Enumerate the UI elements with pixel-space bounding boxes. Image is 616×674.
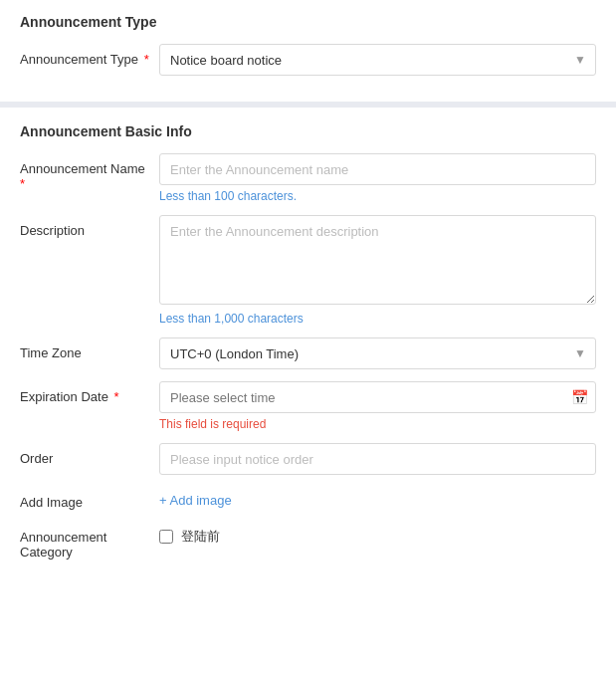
expiration-date-row: Expiration Date * 📅 This field is requir… [20, 381, 596, 431]
order-row: Order [20, 443, 596, 475]
timezone-control: UTC+0 (London Time) UTC+8 (China Standar… [159, 337, 596, 369]
order-label: Order [20, 443, 159, 466]
add-image-row: Add Image + Add image [20, 487, 596, 510]
add-image-button[interactable]: + Add image [159, 487, 232, 508]
announcement-type-section: Announcement Type Announcement Type * No… [0, 0, 616, 102]
announcement-category-checkbox-wrap: 登陆前 [159, 522, 596, 546]
announcement-type-row: Announcement Type * Notice board notice … [20, 44, 596, 76]
order-input[interactable] [159, 443, 596, 475]
description-label: Description [20, 215, 159, 238]
add-image-control: + Add image [159, 487, 596, 508]
announcement-type-title: Announcement Type [20, 14, 596, 30]
description-control: Less than 1,000 characters [159, 215, 596, 326]
expiration-date-input[interactable] [159, 381, 596, 413]
announcement-name-input[interactable] [159, 153, 596, 185]
announcement-name-control: Less than 100 characters. [159, 153, 596, 203]
announcement-category-label: Announcement Category [20, 522, 159, 560]
announcement-category-checkbox[interactable] [159, 530, 173, 544]
add-image-label: Add Image [20, 487, 159, 510]
timezone-select[interactable]: UTC+0 (London Time) UTC+8 (China Standar… [159, 337, 596, 369]
expiration-date-input-wrap: 📅 [159, 381, 596, 413]
announcement-name-hint: Less than 100 characters. [159, 189, 596, 203]
basic-info-title: Announcement Basic Info [20, 123, 596, 139]
announcement-category-checkbox-label: 登陆前 [181, 528, 220, 546]
timezone-label: Time Zone [20, 337, 159, 360]
description-hint: Less than 1,000 characters [159, 312, 596, 326]
announcement-name-row: Announcement Name * Less than 100 charac… [20, 153, 596, 203]
expiration-date-label: Expiration Date * [20, 381, 159, 404]
expiration-date-error: This field is required [159, 417, 596, 431]
order-control [159, 443, 596, 475]
description-textarea[interactable] [159, 215, 596, 305]
announcement-type-label: Announcement Type * [20, 44, 159, 67]
announcement-category-control: 登陆前 [159, 522, 596, 546]
expiration-date-control: 📅 This field is required [159, 381, 596, 431]
description-row: Description Less than 1,000 characters [20, 215, 596, 326]
announcement-category-row: Announcement Category 登陆前 [20, 522, 596, 560]
announcement-name-label: Announcement Name * [20, 153, 159, 191]
timezone-select-wrap: UTC+0 (London Time) UTC+8 (China Standar… [159, 337, 596, 369]
timezone-row: Time Zone UTC+0 (London Time) UTC+8 (Chi… [20, 337, 596, 369]
announcement-type-select[interactable]: Notice board notice System Notice Pop-up… [159, 44, 596, 76]
announcement-basic-info-section: Announcement Basic Info Announcement Nam… [0, 108, 616, 591]
announcement-type-select-wrap: Notice board notice System Notice Pop-up… [159, 44, 596, 76]
announcement-type-control: Notice board notice System Notice Pop-up… [159, 44, 596, 76]
